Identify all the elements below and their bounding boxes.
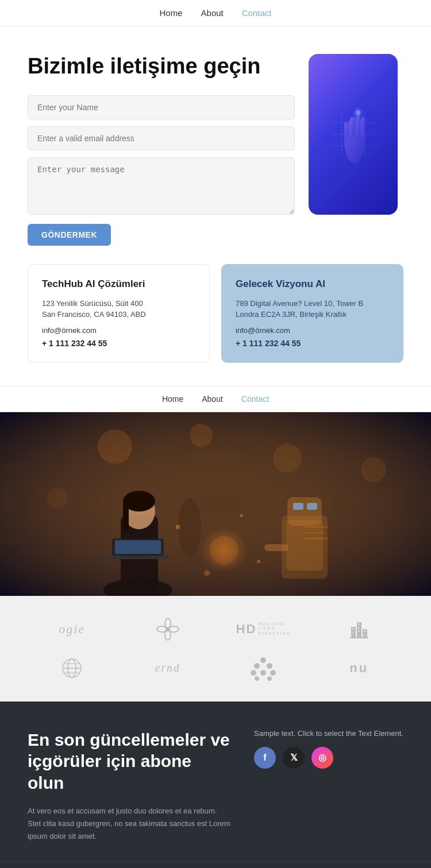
svg-rect-59 (364, 634, 365, 636)
svg-point-18 (47, 488, 68, 509)
footer-left: En son güncellemeler ve içgörüler için a… (28, 729, 231, 843)
logo-nu: nu (349, 661, 368, 676)
instagram-icon[interactable]: ◎ (311, 747, 333, 769)
svg-rect-54 (352, 631, 354, 633)
facebook-icon[interactable]: f (254, 747, 276, 769)
card-techhub: TechHub AI Çözümleri 123 Yenilik Sürücüs… (28, 264, 210, 363)
svg-point-69 (260, 670, 266, 676)
logo-flower (155, 617, 180, 642)
svg-point-19 (361, 457, 386, 482)
contact-cards: TechHub AI Çözümleri 123 Yenilik Sürücüs… (0, 264, 431, 381)
svg-rect-10 (344, 122, 348, 138)
svg-point-38 (210, 536, 238, 564)
svg-rect-25 (106, 556, 170, 559)
name-input[interactable] (28, 95, 295, 119)
svg-rect-55 (358, 623, 360, 625)
logo-globe (59, 656, 84, 681)
main-nav: Home About Contact (0, 0, 431, 26)
svg-rect-36 (264, 544, 288, 551)
footer-bottom: Sample text. Click to select the Text El… (0, 861, 431, 868)
bottom-nav-about[interactable]: About (202, 394, 223, 404)
svg-point-72 (267, 676, 272, 681)
footer-heading: En son güncellemeler ve içgörüler için a… (28, 729, 231, 794)
svg-rect-9 (361, 117, 365, 137)
svg-rect-52 (350, 637, 368, 638)
message-input[interactable] (28, 157, 295, 215)
svg-rect-57 (358, 630, 360, 632)
svg-rect-8 (356, 114, 360, 136)
svg-rect-32 (307, 503, 317, 510)
card2-title: Gelecek Vizyonu AI (236, 278, 389, 290)
card-gelecek: Gelecek Vizyonu AI 789 Digital Avenue? L… (221, 264, 403, 363)
svg-point-12 (353, 108, 363, 117)
bottom-nav-home[interactable]: Home (162, 394, 183, 404)
svg-point-43 (178, 498, 201, 556)
svg-point-66 (254, 663, 260, 669)
bottom-nav-contact[interactable]: Contact (241, 394, 269, 404)
svg-rect-58 (364, 630, 365, 632)
svg-rect-7 (350, 117, 355, 137)
card1-title: TechHub AI Çözümleri (42, 278, 195, 290)
nav-home[interactable]: Home (160, 8, 183, 18)
contact-heading: Bizimle iletişime geçin (28, 54, 295, 79)
social-icons-row: f 𝕏 ◎ (254, 747, 403, 769)
contact-hero-image (309, 54, 398, 215)
card2-address: 789 Digital Avenue? Level 10, Tower BLon… (236, 298, 389, 320)
svg-point-42 (257, 560, 260, 563)
svg-point-67 (267, 663, 272, 669)
svg-point-16 (190, 424, 213, 447)
card1-email[interactable]: info@örnek.com (42, 326, 195, 335)
footer-body: At vero eos et accusam et justo duo dolo… (28, 805, 231, 843)
footer-right: Sample text. Click to select the Text El… (254, 729, 403, 780)
card1-address: 123 Yenilik Sürücüsü, Süit 400San Franci… (42, 298, 195, 320)
svg-rect-56 (358, 627, 360, 629)
svg-rect-27 (115, 540, 161, 554)
contact-form-area: Bizimle iletişime geçin GÖNDERMEK (28, 54, 295, 246)
svg-point-70 (270, 670, 276, 676)
nav-about[interactable]: About (201, 8, 224, 18)
svg-point-41 (204, 570, 210, 576)
logo-ernd: ernd (155, 661, 180, 675)
svg-point-71 (255, 676, 259, 681)
svg-rect-24 (123, 501, 129, 530)
bottom-nav: Home About Contact (0, 386, 431, 412)
card2-phone: + 1 111 232 44 55 (236, 339, 301, 348)
hero-banner (0, 412, 431, 596)
card1-phone: + 1 111 232 44 55 (42, 339, 107, 348)
svg-point-65 (260, 657, 266, 663)
email-input[interactable] (28, 126, 295, 150)
contact-image-area (309, 54, 403, 215)
svg-rect-53 (352, 628, 354, 630)
card2-email[interactable]: info@örnek.com (236, 326, 389, 335)
svg-point-40 (240, 514, 243, 517)
svg-rect-30 (287, 497, 322, 526)
svg-point-17 (273, 444, 302, 472)
twitter-icon[interactable]: 𝕏 (283, 747, 305, 769)
footer: En son güncellemeler ve içgörüler için a… (0, 702, 431, 862)
send-button[interactable]: GÖNDERMEK (28, 224, 111, 246)
footer-sample-text: Sample text. Click to select the Text El… (254, 729, 403, 738)
svg-point-68 (251, 670, 256, 676)
hero-scene-svg (0, 412, 431, 596)
svg-point-48 (166, 627, 170, 631)
logos-section: ogie HD HOLISTICLIFESDIRECTION (0, 596, 431, 702)
svg-rect-29 (286, 520, 323, 571)
contact-section: Bizimle iletişime geçin GÖNDERMEK (0, 26, 431, 264)
logo-brighto (347, 617, 372, 642)
svg-point-15 (98, 429, 132, 464)
nav-contact[interactable]: Contact (242, 8, 272, 18)
svg-rect-31 (293, 503, 303, 510)
logo-hd: HD HOLISTICLIFESDIRECTION (236, 622, 291, 637)
logo-ogie: ogie (59, 622, 85, 637)
logo-dots (249, 656, 278, 681)
